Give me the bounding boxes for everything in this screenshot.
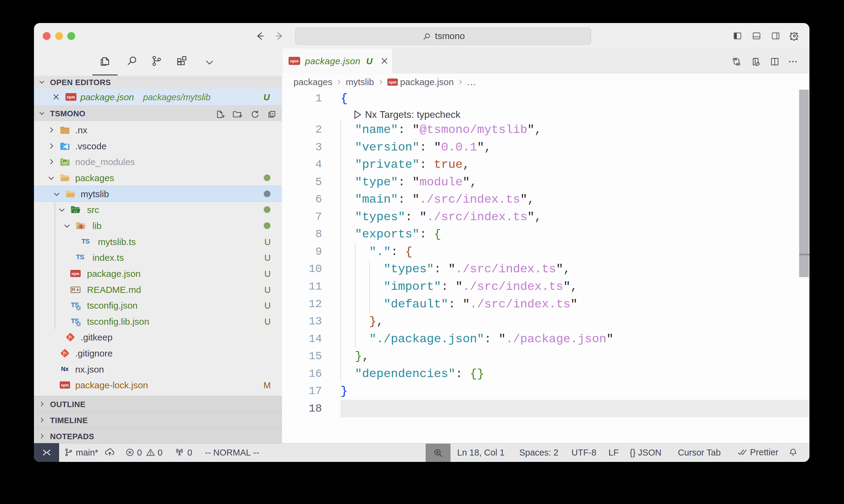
svg-text:TS: TS [82, 237, 90, 245]
svg-text:TS: TS [76, 253, 84, 261]
svg-text:npm: npm [61, 383, 69, 388]
svg-text:npm: npm [290, 59, 299, 63]
svg-text:npm: npm [389, 80, 396, 85]
svg-text:npm: npm [67, 95, 75, 100]
svg-text:npm: npm [71, 272, 79, 276]
svg-text:JS: JS [63, 161, 67, 164]
svg-text:Nx: Nx [61, 365, 69, 372]
